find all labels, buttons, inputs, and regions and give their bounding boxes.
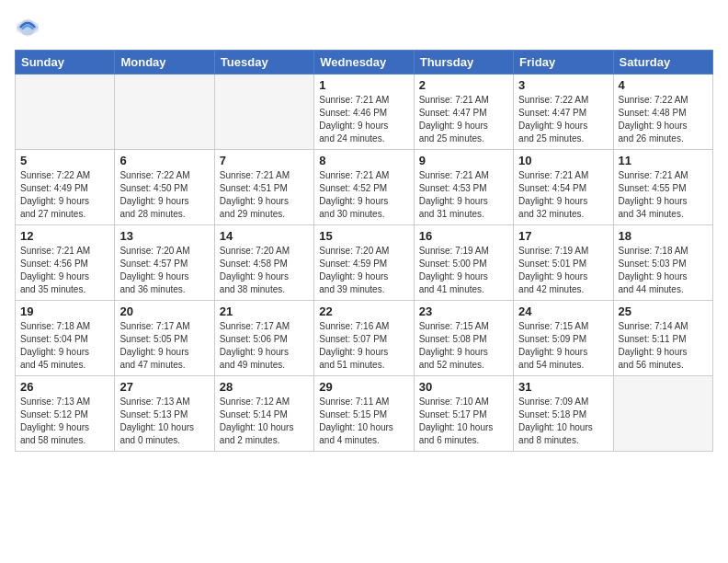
col-header-wednesday: Wednesday xyxy=(314,51,414,75)
day-info: Sunrise: 7:18 AM Sunset: 5:03 PM Dayligh… xyxy=(619,245,708,296)
day-number: 19 xyxy=(20,304,109,318)
calendar-cell: 8Sunrise: 7:21 AM Sunset: 4:52 PM Daylig… xyxy=(314,150,414,225)
calendar-cell xyxy=(613,376,712,452)
day-info: Sunrise: 7:14 AM Sunset: 5:11 PM Dayligh… xyxy=(619,320,708,372)
day-number: 24 xyxy=(518,304,608,318)
calendar-table: SundayMondayTuesdayWednesdayThursdayFrid… xyxy=(15,50,713,452)
day-info: Sunrise: 7:17 AM Sunset: 5:05 PM Dayligh… xyxy=(119,320,209,372)
day-number: 20 xyxy=(119,304,209,318)
day-info: Sunrise: 7:22 AM Sunset: 4:50 PM Dayligh… xyxy=(119,169,209,221)
day-number: 28 xyxy=(220,380,309,394)
day-info: Sunrise: 7:16 AM Sunset: 5:07 PM Dayligh… xyxy=(319,320,408,372)
day-info: Sunrise: 7:20 AM Sunset: 4:58 PM Dayligh… xyxy=(220,245,309,296)
day-number: 31 xyxy=(518,380,608,394)
day-info: Sunrise: 7:21 AM Sunset: 4:51 PM Dayligh… xyxy=(220,169,309,221)
day-info: Sunrise: 7:13 AM Sunset: 5:13 PM Dayligh… xyxy=(119,396,209,447)
day-info: Sunrise: 7:22 AM Sunset: 4:48 PM Dayligh… xyxy=(619,94,708,145)
day-number: 21 xyxy=(220,304,309,318)
day-number: 11 xyxy=(619,154,708,167)
week-row-5: 26Sunrise: 7:13 AM Sunset: 5:12 PM Dayli… xyxy=(16,376,713,452)
calendar-header-row: SundayMondayTuesdayWednesdayThursdayFrid… xyxy=(16,51,713,75)
day-info: Sunrise: 7:18 AM Sunset: 5:04 PM Dayligh… xyxy=(20,320,109,372)
calendar-cell: 18Sunrise: 7:18 AM Sunset: 5:03 PM Dayli… xyxy=(613,225,712,301)
col-header-thursday: Thursday xyxy=(414,51,513,75)
day-info: Sunrise: 7:21 AM Sunset: 4:47 PM Dayligh… xyxy=(419,94,508,145)
day-number: 29 xyxy=(319,380,408,394)
calendar-cell: 12Sunrise: 7:21 AM Sunset: 4:56 PM Dayli… xyxy=(16,225,115,301)
day-number: 15 xyxy=(319,229,408,243)
day-info: Sunrise: 7:21 AM Sunset: 4:46 PM Dayligh… xyxy=(319,94,408,145)
day-info: Sunrise: 7:13 AM Sunset: 5:12 PM Dayligh… xyxy=(20,396,109,447)
col-header-tuesday: Tuesday xyxy=(214,51,313,75)
day-number: 25 xyxy=(619,304,708,318)
calendar-cell: 13Sunrise: 7:20 AM Sunset: 4:57 PM Dayli… xyxy=(115,225,214,301)
calendar-cell xyxy=(115,75,214,150)
day-number: 27 xyxy=(119,380,209,394)
week-row-2: 5Sunrise: 7:22 AM Sunset: 4:49 PM Daylig… xyxy=(16,150,713,225)
col-header-monday: Monday xyxy=(115,51,214,75)
calendar-cell: 27Sunrise: 7:13 AM Sunset: 5:13 PM Dayli… xyxy=(115,376,214,452)
calendar-cell: 26Sunrise: 7:13 AM Sunset: 5:12 PM Dayli… xyxy=(16,376,115,452)
calendar-cell: 3Sunrise: 7:22 AM Sunset: 4:47 PM Daylig… xyxy=(514,75,613,150)
calendar-cell: 14Sunrise: 7:20 AM Sunset: 4:58 PM Dayli… xyxy=(214,225,313,301)
day-number: 22 xyxy=(319,304,408,318)
day-info: Sunrise: 7:21 AM Sunset: 4:55 PM Dayligh… xyxy=(619,169,708,221)
calendar-cell: 20Sunrise: 7:17 AM Sunset: 5:05 PM Dayli… xyxy=(115,301,214,376)
day-number: 12 xyxy=(20,229,109,243)
day-info: Sunrise: 7:21 AM Sunset: 4:54 PM Dayligh… xyxy=(518,169,608,221)
day-info: Sunrise: 7:22 AM Sunset: 4:49 PM Dayligh… xyxy=(20,169,109,221)
day-number: 17 xyxy=(518,229,608,243)
day-info: Sunrise: 7:11 AM Sunset: 5:15 PM Dayligh… xyxy=(319,396,408,447)
day-info: Sunrise: 7:15 AM Sunset: 5:09 PM Dayligh… xyxy=(518,320,608,372)
col-header-saturday: Saturday xyxy=(613,51,712,75)
calendar-cell: 4Sunrise: 7:22 AM Sunset: 4:48 PM Daylig… xyxy=(613,75,712,150)
calendar-cell: 16Sunrise: 7:19 AM Sunset: 5:00 PM Dayli… xyxy=(414,225,513,301)
day-number: 1 xyxy=(319,78,408,92)
page-header xyxy=(15,15,713,40)
day-info: Sunrise: 7:21 AM Sunset: 4:52 PM Dayligh… xyxy=(319,169,408,221)
day-info: Sunrise: 7:21 AM Sunset: 4:56 PM Dayligh… xyxy=(20,245,109,296)
calendar-cell: 11Sunrise: 7:21 AM Sunset: 4:55 PM Dayli… xyxy=(613,150,712,225)
calendar-cell: 10Sunrise: 7:21 AM Sunset: 4:54 PM Dayli… xyxy=(514,150,613,225)
day-info: Sunrise: 7:19 AM Sunset: 5:01 PM Dayligh… xyxy=(518,245,608,296)
calendar-cell: 17Sunrise: 7:19 AM Sunset: 5:01 PM Dayli… xyxy=(514,225,613,301)
week-row-4: 19Sunrise: 7:18 AM Sunset: 5:04 PM Dayli… xyxy=(16,301,713,376)
day-info: Sunrise: 7:10 AM Sunset: 5:17 PM Dayligh… xyxy=(419,396,508,447)
day-number: 26 xyxy=(20,380,109,394)
calendar-cell xyxy=(214,75,313,150)
day-number: 16 xyxy=(419,229,508,243)
calendar-cell: 1Sunrise: 7:21 AM Sunset: 4:46 PM Daylig… xyxy=(314,75,414,150)
calendar-cell: 30Sunrise: 7:10 AM Sunset: 5:17 PM Dayli… xyxy=(414,376,513,452)
col-header-friday: Friday xyxy=(514,51,613,75)
day-info: Sunrise: 7:20 AM Sunset: 4:57 PM Dayligh… xyxy=(119,245,209,296)
week-row-3: 12Sunrise: 7:21 AM Sunset: 4:56 PM Dayli… xyxy=(16,225,713,301)
day-number: 7 xyxy=(220,154,309,167)
day-number: 14 xyxy=(220,229,309,243)
day-info: Sunrise: 7:12 AM Sunset: 5:14 PM Dayligh… xyxy=(220,396,309,447)
calendar-cell: 24Sunrise: 7:15 AM Sunset: 5:09 PM Dayli… xyxy=(514,301,613,376)
calendar-cell: 7Sunrise: 7:21 AM Sunset: 4:51 PM Daylig… xyxy=(214,150,313,225)
calendar-cell: 6Sunrise: 7:22 AM Sunset: 4:50 PM Daylig… xyxy=(115,150,214,225)
day-number: 4 xyxy=(619,78,708,92)
day-info: Sunrise: 7:22 AM Sunset: 4:47 PM Dayligh… xyxy=(518,94,608,145)
day-number: 9 xyxy=(419,154,508,167)
day-number: 18 xyxy=(619,229,708,243)
day-number: 13 xyxy=(119,229,209,243)
day-info: Sunrise: 7:17 AM Sunset: 5:06 PM Dayligh… xyxy=(220,320,309,372)
day-info: Sunrise: 7:21 AM Sunset: 4:53 PM Dayligh… xyxy=(419,169,508,221)
day-number: 2 xyxy=(419,78,508,92)
calendar-cell: 31Sunrise: 7:09 AM Sunset: 5:18 PM Dayli… xyxy=(514,376,613,452)
calendar-cell: 19Sunrise: 7:18 AM Sunset: 5:04 PM Dayli… xyxy=(16,301,115,376)
day-info: Sunrise: 7:20 AM Sunset: 4:59 PM Dayligh… xyxy=(319,245,408,296)
day-number: 6 xyxy=(119,154,209,167)
calendar-cell: 15Sunrise: 7:20 AM Sunset: 4:59 PM Dayli… xyxy=(314,225,414,301)
calendar-cell: 5Sunrise: 7:22 AM Sunset: 4:49 PM Daylig… xyxy=(16,150,115,225)
day-number: 5 xyxy=(20,154,109,167)
day-info: Sunrise: 7:15 AM Sunset: 5:08 PM Dayligh… xyxy=(419,320,508,372)
calendar-cell: 2Sunrise: 7:21 AM Sunset: 4:47 PM Daylig… xyxy=(414,75,513,150)
calendar-cell: 9Sunrise: 7:21 AM Sunset: 4:53 PM Daylig… xyxy=(414,150,513,225)
day-number: 23 xyxy=(419,304,508,318)
week-row-1: 1Sunrise: 7:21 AM Sunset: 4:46 PM Daylig… xyxy=(16,75,713,150)
day-info: Sunrise: 7:19 AM Sunset: 5:00 PM Dayligh… xyxy=(419,245,508,296)
calendar-cell xyxy=(16,75,115,150)
